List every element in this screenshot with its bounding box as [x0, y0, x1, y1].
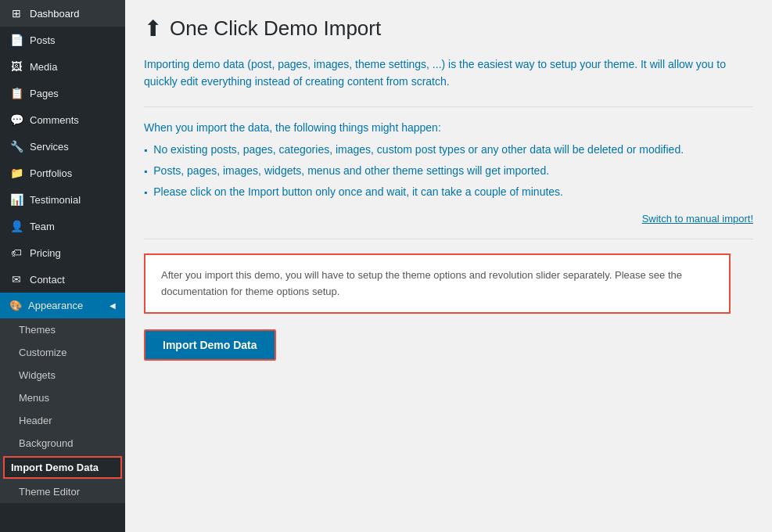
sidebar-item-posts[interactable]: 📄Posts	[0, 27, 125, 53]
pricing-icon: 🏷	[9, 246, 23, 259]
bullet-item: Please click on the Import button only o…	[144, 184, 753, 200]
sidebar-item-portfolios[interactable]: 📁Portfolios	[0, 160, 125, 186]
sidebar: ⊞Dashboard📄Posts🖼Media📋Pages💬Comments🔧Se…	[0, 0, 125, 532]
bullet-item: No existing posts, pages, categories, im…	[144, 142, 753, 158]
portfolios-icon: 📁	[9, 167, 23, 179]
appearance-menu-header[interactable]: 🎨 Appearance ◀	[0, 293, 125, 318]
sidebar-item-testimonial[interactable]: 📊Testimonial	[0, 186, 125, 213]
upload-icon: ⬆	[144, 16, 162, 41]
contact-icon: ✉	[9, 273, 23, 286]
team-icon: 👤	[9, 220, 23, 232]
sidebar-item-pages[interactable]: 📋Pages	[0, 80, 125, 106]
appearance-icon: 🎨	[9, 300, 22, 311]
posts-icon: 📄	[9, 34, 23, 46]
sidebar-item-contact[interactable]: ✉Contact	[0, 266, 125, 293]
media-icon: 🖼	[9, 60, 23, 73]
import-demo-data-button[interactable]: Import Demo Data	[144, 329, 276, 361]
pages-icon: 📋	[9, 87, 23, 99]
main-content: ⬆ One Click Demo Import Importing demo d…	[125, 0, 772, 532]
services-icon: 🔧	[9, 140, 23, 153]
appearance-arrow-icon: ◀	[110, 301, 116, 310]
bullet-list: No existing posts, pages, categories, im…	[144, 142, 753, 200]
dashboard-icon: ⊞	[9, 7, 23, 20]
sidebar-sub-menus[interactable]: Menus	[0, 386, 125, 409]
sidebar-item-dashboard[interactable]: ⊞Dashboard	[0, 0, 125, 27]
appearance-label: Appearance	[28, 300, 83, 311]
warning-text: After you import this demo, you will hav…	[161, 268, 713, 300]
divider-1	[144, 106, 753, 107]
page-title: ⬆ One Click Demo Import	[144, 16, 753, 41]
sidebar-sub-themes[interactable]: Themes	[0, 318, 125, 341]
sidebar-sub-customize[interactable]: Customize	[0, 341, 125, 364]
divider-2	[144, 239, 753, 239]
when-import-label: When you import the data, the following …	[144, 121, 753, 134]
sidebar-item-services[interactable]: 🔧Services	[0, 133, 125, 160]
bullet-item: Posts, pages, images, widgets, menus and…	[144, 163, 753, 179]
sidebar-nav: ⊞Dashboard📄Posts🖼Media📋Pages💬Comments🔧Se…	[0, 0, 125, 293]
sidebar-item-pricing[interactable]: 🏷Pricing	[0, 239, 125, 266]
sidebar-sub-header[interactable]: Header	[0, 409, 125, 432]
switch-to-manual-link[interactable]: Switch to manual import!	[642, 213, 753, 225]
warning-box: After you import this demo, you will hav…	[144, 253, 731, 315]
switch-link-row: Switch to manual import!	[144, 213, 753, 225]
appearance-submenu: ThemesCustomizeWidgetsMenusHeaderBackgro…	[0, 318, 125, 503]
sidebar-sub-import-demo-data[interactable]: Import Demo Data	[3, 456, 122, 479]
intro-text: Importing demo data (post, pages, images…	[144, 56, 731, 91]
sidebar-sub-widgets[interactable]: Widgets	[0, 364, 125, 386]
sidebar-sub-theme-editor[interactable]: Theme Editor	[0, 480, 125, 503]
sidebar-sub-background[interactable]: Background	[0, 432, 125, 455]
testimonial-icon: 📊	[9, 193, 23, 206]
comments-icon: 💬	[9, 113, 23, 126]
sidebar-item-comments[interactable]: 💬Comments	[0, 106, 125, 133]
sidebar-item-media[interactable]: 🖼Media	[0, 53, 125, 80]
sidebar-item-team[interactable]: 👤Team	[0, 213, 125, 239]
